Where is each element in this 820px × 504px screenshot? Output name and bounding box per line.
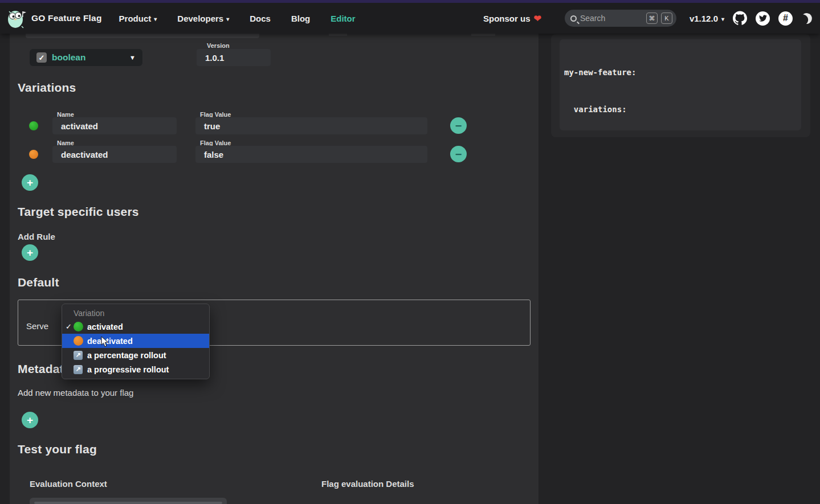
yaml-line: my-new-feature: [564, 67, 801, 79]
evaluation-context-label: Evaluation Context [30, 479, 107, 489]
yaml-line: variations: [564, 104, 801, 116]
add-variation-button[interactable]: + [22, 174, 38, 191]
evaluation-context-editor-scrollbar [34, 502, 222, 504]
variation-value-input[interactable]: false [195, 146, 427, 163]
add-rule-button[interactable]: + [22, 244, 38, 261]
default-heading: Default [18, 276, 59, 289]
remove-variation-button[interactable]: − [450, 146, 467, 162]
cutoff-field-edge [471, 34, 495, 36]
search-icon [570, 15, 577, 22]
version-field-label: Version [207, 42, 230, 49]
add-rule-label: Add Rule [18, 232, 55, 241]
plus-icon: + [27, 247, 33, 258]
nav-link-blog[interactable]: Blog [291, 14, 310, 23]
top-accent-bar [0, 0, 820, 3]
minus-icon: − [455, 120, 462, 132]
target-users-heading: Target specific users [18, 205, 139, 219]
variation-dropdown-menu: Variation ✓ activated deactivated ↗ a pe… [62, 304, 210, 379]
version-dropdown[interactable]: v1.12.0▾ [690, 14, 724, 23]
dark-mode-toggle-moon-icon[interactable] [800, 11, 813, 24]
heart-icon: ❤ [534, 13, 541, 24]
chevron-down-icon: ▾ [226, 16, 229, 22]
search-input[interactable] [580, 14, 643, 23]
cutoff-input-edge[interactable] [26, 34, 259, 38]
add-metadata-button[interactable]: + [22, 412, 38, 428]
dropdown-group-label: Variation [62, 307, 209, 319]
cmd-key-hint: ⌘ [646, 13, 658, 24]
arrow-up-right-icon: ↗ [74, 365, 83, 374]
nav-link-editor[interactable]: Editor [331, 14, 355, 23]
remove-variation-button[interactable]: − [450, 117, 467, 134]
checked-checkbox-icon: ✓ [36, 52, 47, 63]
nav-link-product[interactable]: Product▾ [119, 14, 157, 23]
variation-row: Name deactivated Flag Value false − [10, 146, 538, 163]
flag-type-select[interactable]: ✓ boolean ▼ [30, 49, 142, 66]
plus-icon: + [27, 177, 33, 188]
gopher-logo-icon [6, 7, 26, 30]
variation-color-dot-green [29, 121, 38, 130]
green-dot-icon [74, 322, 83, 331]
variation-color-dot-orange [29, 150, 38, 159]
flag-evaluation-details-label: Flag evaluation Details [321, 479, 414, 489]
search-box[interactable]: ⌘ K [565, 10, 676, 27]
variation-row: Name activated Flag Value true − [10, 117, 538, 134]
dropdown-option-activated[interactable]: ✓ activated [62, 319, 209, 334]
minus-icon: − [455, 149, 462, 160]
github-icon[interactable] [733, 11, 747, 26]
variation-value-input[interactable]: true [195, 117, 427, 134]
yaml-preview-panel: my-new-feature: variations: activated: t… [551, 34, 810, 137]
nav-link-docs[interactable]: Docs [250, 14, 271, 23]
cutoff-field-edge [329, 34, 347, 36]
test-flag-heading: Test your flag [18, 442, 97, 456]
variations-heading: Variations [18, 81, 76, 95]
navbar: GO Feature Flag Product▾ Developers▾ Doc… [0, 3, 820, 34]
sponsor-us-link[interactable]: Sponsor us ❤ [483, 13, 541, 24]
nav-links: Product▾ Developers▾ Docs Blog Editor [119, 14, 356, 23]
version-input[interactable]: 1.0.1 [197, 49, 271, 66]
chevron-down-icon: ▾ [154, 16, 157, 22]
variation-name-input[interactable]: deactivated [52, 146, 177, 163]
variation-name-input[interactable]: activated [52, 117, 177, 134]
chevron-down-icon: ▼ [129, 54, 136, 61]
twitter-icon[interactable] [756, 11, 770, 26]
brand-title: GO Feature Flag [31, 13, 102, 23]
flag-type-value: boolean [52, 52, 124, 63]
chevron-down-icon: ▾ [721, 16, 724, 22]
plus-icon: + [27, 415, 33, 425]
k-key-hint: K [661, 13, 672, 24]
navbar-right: Sponsor us ❤ ⌘ K v1.12.0▾ # [483, 10, 812, 27]
metadata-description: Add new metadata to your flag [18, 388, 133, 398]
orange-dot-icon [74, 336, 83, 346]
editor-form-panel: ✓ boolean ▼ Version 1.0.1 Variations Nam… [10, 34, 538, 504]
arrow-up-right-icon: ↗ [74, 351, 83, 360]
serve-label: Serve [26, 321, 48, 331]
dropdown-option-progressive-rollout[interactable]: ↗ a progressive rollout [62, 362, 209, 376]
nav-link-developers[interactable]: Developers▾ [177, 14, 229, 23]
slack-hash-icon[interactable]: # [778, 11, 793, 26]
brand-home-link[interactable]: GO Feature Flag [6, 7, 102, 30]
yaml-code-block: my-new-feature: variations: activated: t… [560, 39, 801, 130]
dropdown-option-deactivated[interactable]: deactivated [62, 334, 209, 348]
dropdown-option-percentage-rollout[interactable]: ↗ a percentage rollout [62, 348, 209, 362]
check-icon: ✓ [66, 322, 72, 331]
evaluation-context-editor[interactable] [30, 498, 227, 504]
